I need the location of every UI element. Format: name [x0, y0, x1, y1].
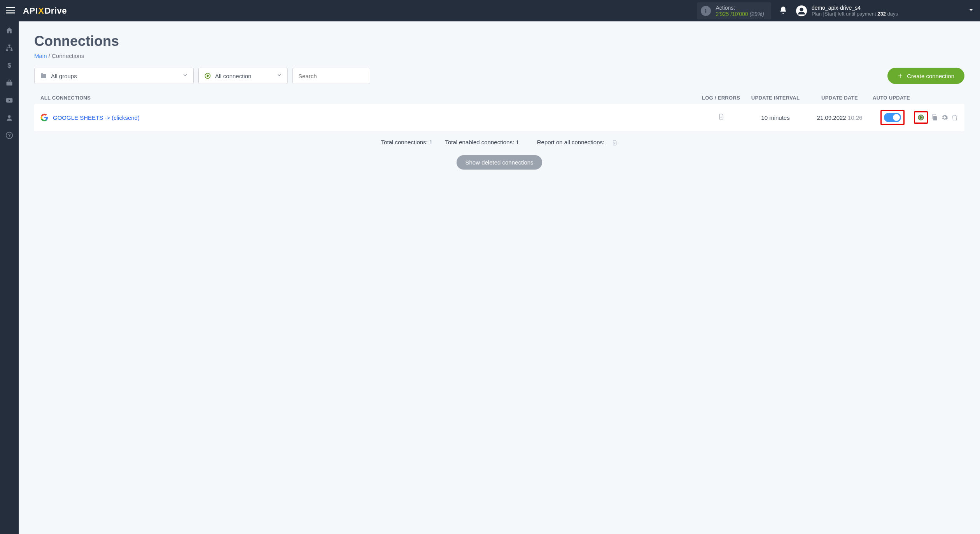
svg-rect-10	[7, 81, 12, 85]
user-plan: Plan |Start| left until payment 232 days	[812, 11, 898, 17]
gear-icon	[941, 114, 948, 121]
briefcase-icon	[5, 79, 13, 87]
top-header: APIXDrive Actions: 2'925 /10'000 (29%) d…	[0, 0, 980, 21]
actions-label: Actions:	[716, 5, 764, 11]
delete-button[interactable]	[951, 114, 958, 121]
avatar-icon	[796, 5, 807, 16]
notifications-button[interactable]	[779, 6, 788, 16]
home-icon	[5, 26, 13, 34]
col-header-date: UPDATE DATE	[807, 95, 873, 101]
connection-name-link[interactable]: GOOGLE SHEETS -> (clicksend)	[53, 114, 698, 121]
summary-enabled: Total enabled connections: 1	[445, 139, 519, 145]
user-menu[interactable]: demo_apix-drive_s4 Plan |Start| left unt…	[796, 5, 974, 17]
sidebar-item-billing[interactable]: $	[0, 56, 19, 74]
create-label: Create connection	[907, 73, 954, 79]
connection-date: 21.09.2022 10:26	[807, 114, 873, 121]
sidebar-item-tools[interactable]	[0, 74, 19, 91]
svg-rect-7	[6, 49, 8, 51]
table-row: GOOGLE SHEETS -> (clicksend) 10 minutes …	[34, 104, 964, 131]
summary-total: Total connections: 1	[381, 139, 433, 145]
help-icon: ?	[5, 131, 13, 139]
col-header-log: LOG / ERRORS	[698, 95, 744, 101]
hamburger-menu[interactable]	[6, 5, 15, 16]
svg-text:?: ?	[8, 133, 10, 138]
logo-api: API	[23, 6, 38, 16]
document-icon	[611, 140, 618, 146]
actions-sep: /	[729, 11, 732, 17]
dollar-icon: $	[5, 61, 13, 69]
user-name: demo_apix-drive_s4	[812, 5, 898, 11]
svg-rect-6	[9, 44, 10, 46]
menu-icon	[6, 5, 15, 15]
svg-rect-2	[6, 12, 15, 14]
col-header-auto: AUTO UPDATE	[873, 95, 958, 101]
highlight-toggle	[880, 110, 905, 125]
run-button[interactable]	[917, 114, 924, 121]
groups-select[interactable]: All groups	[34, 68, 194, 84]
show-deleted-button[interactable]: Show deleted connections	[457, 155, 542, 170]
logo[interactable]: APIXDrive	[23, 6, 67, 16]
sidebar-item-video[interactable]	[0, 91, 19, 109]
play-circle-icon	[917, 114, 924, 121]
plus-icon	[898, 73, 903, 79]
groups-label: All groups	[51, 73, 182, 79]
summary-report: Report on all connections:	[532, 139, 618, 145]
breadcrumb-main[interactable]: Main	[34, 53, 47, 59]
table-header: ALL CONNECTIONS LOG / ERRORS UPDATE INTE…	[34, 92, 964, 104]
google-icon	[40, 114, 48, 121]
log-button[interactable]	[698, 113, 744, 122]
logo-drive: Drive	[44, 6, 67, 16]
breadcrumb-current: Connections	[52, 53, 84, 59]
copy-button[interactable]	[931, 114, 938, 121]
svg-point-12	[8, 115, 11, 118]
connection-actions	[873, 110, 958, 125]
connection-interval: 10 minutes	[744, 114, 807, 121]
trash-icon	[951, 114, 958, 121]
bell-icon	[779, 6, 788, 14]
svg-rect-0	[6, 7, 15, 8]
col-header-interval: UPDATE INTERVAL	[744, 95, 807, 101]
document-icon	[718, 113, 724, 120]
svg-rect-8	[10, 49, 12, 51]
main-content: Connections Main / Connections All group…	[19, 21, 980, 534]
highlight-play	[914, 111, 928, 124]
folder-icon	[40, 72, 47, 79]
connection-label: All connection	[215, 73, 276, 79]
actions-total: 10'000	[732, 11, 748, 17]
col-header-name: ALL CONNECTIONS	[40, 95, 698, 101]
info-icon	[701, 6, 711, 16]
svg-rect-17	[933, 116, 937, 121]
svg-rect-4	[705, 10, 706, 12]
create-connection-button[interactable]: Create connection	[887, 68, 964, 84]
summary: Total connections: 1 Total enabled conne…	[34, 139, 964, 146]
sidebar-item-help[interactable]: ?	[0, 126, 19, 144]
user-icon	[5, 114, 13, 122]
svg-point-3	[705, 9, 706, 10]
chevron-down-icon	[968, 7, 974, 15]
play-circle-icon	[204, 72, 211, 79]
actions-current: 2'925	[716, 11, 729, 17]
sidebar-item-connections[interactable]	[0, 39, 19, 56]
copy-icon	[931, 114, 938, 121]
chevron-down-icon	[276, 72, 282, 79]
svg-text:$: $	[7, 61, 11, 69]
page-title: Connections	[34, 33, 964, 49]
actions-pct: (29%)	[748, 11, 764, 17]
filters-row: All groups All connection Create connect…	[34, 68, 964, 84]
search-input[interactable]	[292, 68, 370, 84]
sidebar-item-home[interactable]	[0, 21, 19, 39]
sitemap-icon	[5, 44, 13, 52]
chevron-down-icon	[182, 72, 188, 79]
settings-button[interactable]	[941, 114, 948, 121]
breadcrumb: Main / Connections	[34, 53, 964, 59]
svg-point-5	[800, 7, 803, 11]
logo-x: X	[38, 6, 44, 16]
svg-rect-1	[6, 10, 15, 11]
actions-indicator[interactable]: Actions: 2'925 /10'000 (29%)	[697, 2, 771, 19]
sidebar: $ ?	[0, 21, 19, 534]
sidebar-item-profile[interactable]	[0, 109, 19, 126]
connection-select[interactable]: All connection	[198, 68, 288, 84]
auto-update-toggle[interactable]	[884, 113, 901, 122]
youtube-icon	[5, 96, 13, 104]
